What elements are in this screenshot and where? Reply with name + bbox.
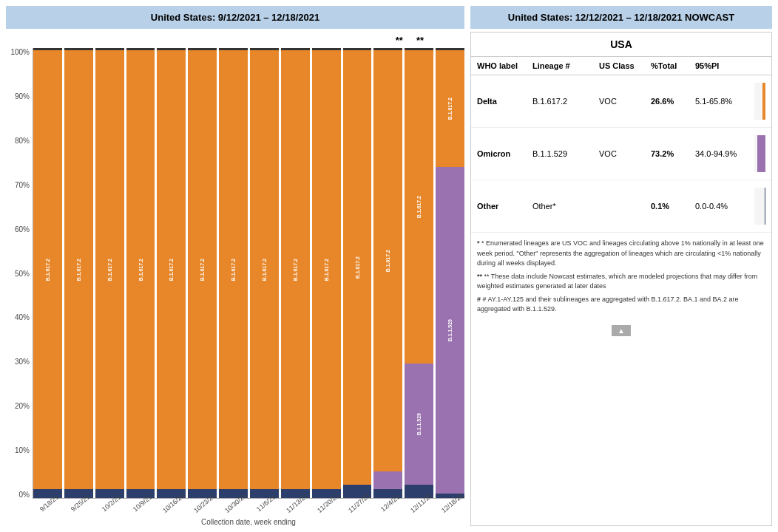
bar-stack: B.1.1.529B.1.617.2 — [405, 48, 433, 498]
bar-label-b1617: B.1.617.2 — [355, 256, 360, 279]
bar-segment-bottom — [281, 48, 310, 50]
bar-label-b1617: B.1.617.2 — [169, 259, 174, 281]
bar-label-b1617: B.1.617.2 — [324, 259, 329, 281]
bar-label-b1617: B.1.617.2 — [138, 259, 143, 281]
bar-stack: B.1.617.2 — [33, 48, 62, 498]
th-total: %Total — [651, 61, 695, 70]
bar-stack: B.1.617.2 — [157, 48, 186, 498]
bar-stack: B.1.617.2 — [312, 48, 341, 498]
bar-label-b1617: B.1.617.2 — [231, 259, 236, 281]
bar-label-b1529: B.1.1.529 — [416, 413, 422, 435]
y-axis-label: 20% — [6, 402, 30, 410]
bar-col: B.1.617.2 — [95, 48, 124, 498]
td-who: Omicron — [477, 149, 532, 158]
bar-col: B.1.617.2 — [281, 48, 310, 498]
bar-col: B.1.1.529B.1.617.2 — [436, 48, 464, 498]
chart-stars: ** ** — [6, 32, 464, 48]
bar-stack: B.1.617.2 — [188, 48, 217, 498]
scroll-indicator[interactable]: ▲ — [612, 325, 631, 336]
bar-segment-purple — [373, 471, 402, 489]
y-axis-label: 50% — [6, 270, 30, 278]
bar-segment-bottom — [373, 48, 402, 50]
td-lineage: B.1.1.529 — [532, 149, 599, 158]
table-row: Delta B.1.617.2 VOC 26.6% 5.1-65.8% — [471, 75, 771, 128]
bar-segment-bottom — [33, 48, 62, 50]
td-pi: 5.1-65.8% — [695, 97, 754, 106]
y-axis-label: 70% — [6, 181, 30, 189]
bar-stack: B.1.1.529B.1.617.2 — [436, 48, 464, 498]
bar-segment-orange: B.1.617.2 — [188, 50, 217, 489]
table-header: WHO label Lineage # US Class %Total 95%P… — [471, 57, 771, 75]
mini-bar — [754, 188, 765, 225]
star-marker-1: ** — [396, 35, 403, 46]
td-chart — [754, 83, 765, 120]
table-row: Omicron B.1.1.529 VOC 73.2% 34.0-94.9% — [471, 128, 771, 180]
bar-col: B.1.617.2 — [312, 48, 341, 498]
bar-segment-bottom — [219, 48, 248, 50]
y-axis: 0%10%20%30%40%50%60%70%80%90%100% — [6, 48, 33, 515]
bar-segment-bottom — [64, 48, 93, 50]
bar-segment-bottom — [312, 48, 341, 50]
y-axis-label: 10% — [6, 446, 30, 454]
th-class: US Class — [599, 61, 651, 70]
y-axis-label: 60% — [6, 225, 30, 233]
right-subtitle: USA — [471, 33, 771, 57]
footnote: * * Enumerated lineages are US VOC and l… — [477, 239, 765, 269]
bar-segment-orange: B.1.617.2 — [219, 50, 248, 489]
td-chart — [754, 188, 765, 225]
td-total: 0.1% — [651, 202, 695, 211]
y-axis-label: 0% — [6, 491, 30, 499]
bar-col: B.1.617.2 — [250, 48, 279, 498]
bar-label-b1617: B.1.617.2 — [385, 250, 390, 272]
bar-chart-wrapper: 0%10%20%30%40%50%60%70%80%90%100% B.1.61… — [6, 48, 464, 515]
bar-segment-orange: B.1.617.2 — [281, 50, 310, 489]
right-content: USA WHO label Lineage # US Class %Total … — [470, 32, 772, 526]
th-lineage: Lineage # — [532, 61, 599, 70]
bar-stack: B.1.617.2 — [343, 48, 372, 498]
bar-segment-orange: B.1.617.2 — [405, 50, 433, 364]
y-axis-label: 90% — [6, 92, 30, 100]
bar-stack: B.1.617.2 — [373, 48, 402, 498]
td-who: Other — [477, 202, 532, 211]
bar-col: B.1.617.2 — [157, 48, 186, 498]
mini-bar — [754, 83, 765, 120]
left-panel: United States: 9/12/2021 – 12/18/2021 **… — [6, 6, 464, 526]
bars-row: B.1.617.2B.1.617.2B.1.617.2B.1.617.2B.1.… — [33, 48, 464, 499]
bar-col: B.1.617.2 — [126, 48, 155, 498]
bar-segment-orange: B.1.617.2 — [126, 50, 155, 489]
td-total: 26.6% — [651, 97, 695, 106]
bar-col: B.1.617.2 — [64, 48, 93, 498]
bar-segment-orange: B.1.617.2 — [157, 50, 186, 489]
bar-segment-bottom — [188, 48, 217, 50]
mini-bar-purple — [757, 135, 765, 172]
td-total: 73.2% — [651, 149, 695, 158]
chart-area: ** ** 0%10%20%30%40%50%60%70%80%90%100% … — [6, 32, 464, 526]
left-title: United States: 9/12/2021 – 12/18/2021 — [6, 6, 464, 29]
table-row: Other Other* 0.1% 0.0-0.4% — [471, 180, 771, 233]
bar-segment-bottom — [250, 48, 279, 50]
scroll-button-area: ▲ — [471, 324, 771, 338]
bar-segment-orange: B.1.617.2 — [250, 50, 279, 489]
th-pi: 95%PI — [695, 61, 754, 70]
bar-col: B.1.617.2 — [373, 48, 402, 498]
right-table-rows: Delta B.1.617.2 VOC 26.6% 5.1-65.8% Omic… — [471, 75, 771, 233]
y-axis-label: 30% — [6, 358, 30, 366]
bar-label-b1617: B.1.617.2 — [45, 259, 50, 281]
bar-segment-orange: B.1.617.2 — [343, 50, 372, 485]
bar-segment-orange: B.1.617.2 — [95, 50, 124, 489]
bar-segment-orange: B.1.617.2 — [33, 50, 62, 489]
star-marker-2: ** — [416, 35, 424, 46]
bar-segment-bottom — [436, 48, 464, 50]
td-class: VOC — [599, 149, 651, 158]
td-pi: 0.0-0.4% — [695, 202, 754, 211]
bar-segment-orange: B.1.617.2 — [312, 50, 341, 489]
x-axis: 9/18/219/25/2110/2/2110/9/2110/16/2110/2… — [33, 499, 464, 515]
footnote: ** ** These data include Nowcast estimat… — [477, 272, 765, 292]
bar-col: B.1.617.2 — [219, 48, 248, 498]
bar-col: B.1.617.2 — [343, 48, 372, 498]
mini-bar — [754, 135, 765, 172]
y-axis-label: 100% — [6, 48, 30, 56]
td-pi: 34.0-94.9% — [695, 149, 754, 158]
th-who-label: WHO label — [477, 61, 532, 70]
bar-label-b1529: B.1.1.529 — [447, 319, 453, 341]
